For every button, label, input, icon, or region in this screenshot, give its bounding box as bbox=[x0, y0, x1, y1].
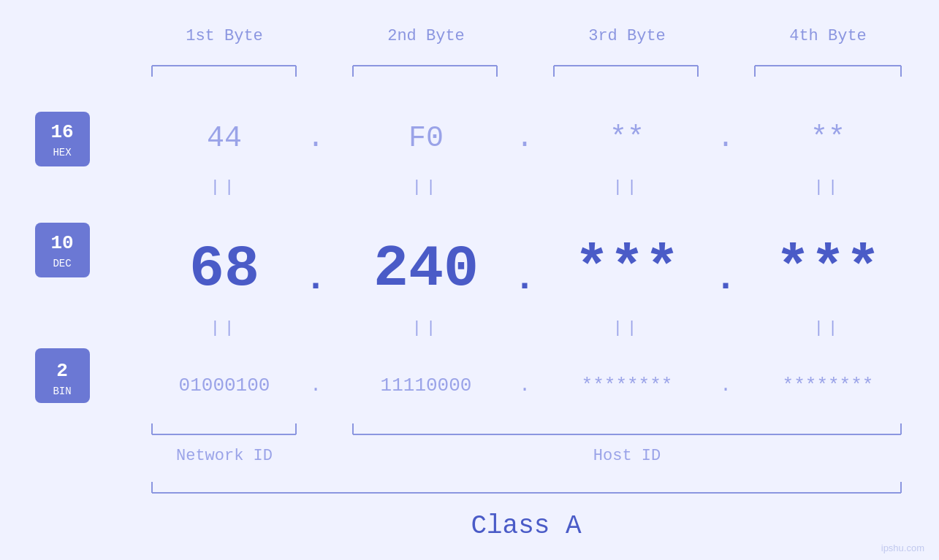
hex-dot2: . bbox=[516, 122, 533, 155]
eq2-b1: || bbox=[210, 319, 238, 337]
bin-dot2: . bbox=[519, 375, 531, 396]
eq1-b1: || bbox=[210, 178, 238, 196]
dec-number: 10 bbox=[50, 232, 73, 254]
bin-b1: 01000100 bbox=[179, 375, 270, 396]
dec-b3: *** bbox=[574, 236, 680, 302]
dec-label: DEC bbox=[53, 258, 71, 269]
host-id-label: Host ID bbox=[593, 447, 661, 465]
hex-number: 16 bbox=[50, 121, 73, 143]
class-label: Class A bbox=[471, 511, 582, 541]
bin-b3: ******** bbox=[582, 375, 673, 396]
bin-b2: 11110000 bbox=[381, 375, 472, 396]
eq1-b3: || bbox=[613, 178, 641, 196]
bin-dot3: . bbox=[720, 375, 731, 396]
dec-b2: 240 bbox=[373, 236, 479, 302]
byte3-header: 3rd Byte bbox=[588, 27, 666, 45]
bin-number: 2 bbox=[56, 360, 68, 382]
eq2-b3: || bbox=[613, 319, 641, 337]
byte4-header: 4th Byte bbox=[789, 27, 867, 45]
dec-b4: *** bbox=[775, 236, 881, 302]
dec-dot2: . bbox=[514, 258, 536, 299]
eq2-b2: || bbox=[412, 319, 440, 337]
hex-b3: ** bbox=[609, 122, 645, 155]
dec-dot3: . bbox=[715, 258, 737, 299]
bin-label: BIN bbox=[53, 386, 71, 397]
hex-label: HEX bbox=[53, 147, 72, 158]
bin-dot1: . bbox=[310, 375, 322, 396]
watermark: ipshu.com bbox=[881, 542, 924, 553]
dec-b1: 68 bbox=[189, 236, 259, 302]
dec-dot1: . bbox=[305, 258, 327, 299]
byte1-header: 1st Byte bbox=[186, 27, 263, 45]
bin-b4: ******** bbox=[783, 375, 874, 396]
eq2-b4: || bbox=[814, 319, 842, 337]
hex-b4: ** bbox=[810, 122, 845, 155]
eq1-b2: || bbox=[412, 178, 440, 196]
network-id-label: Network ID bbox=[176, 447, 273, 465]
byte2-header: 2nd Byte bbox=[387, 27, 465, 45]
hex-dot3: . bbox=[717, 122, 734, 155]
hex-b2: F0 bbox=[408, 122, 444, 155]
hex-dot1: . bbox=[307, 122, 324, 155]
eq1-b4: || bbox=[814, 178, 842, 196]
hex-b1: 44 bbox=[207, 122, 242, 155]
